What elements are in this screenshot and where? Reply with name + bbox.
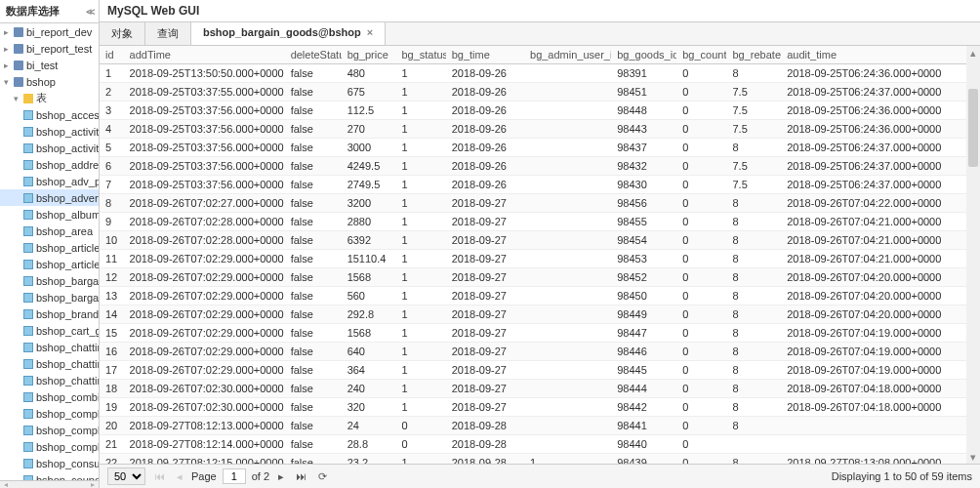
cell: 1 [395, 139, 445, 157]
cell: false [285, 64, 342, 83]
scroll-down-icon[interactable]: ▾ [966, 450, 980, 464]
col-header[interactable]: bg_admin_user_id [524, 46, 611, 64]
tree-item[interactable]: bshop_area [0, 223, 99, 239]
cell [781, 417, 966, 435]
col-header[interactable]: id [100, 46, 124, 64]
table-row[interactable]: 142018-09-26T07:02:29.000+0000false292.8… [100, 305, 966, 324]
close-icon[interactable]: × [367, 26, 373, 38]
col-header[interactable]: bg_time [446, 46, 524, 64]
scrollbar[interactable]: ▴ ▾ [966, 46, 980, 464]
tree-item[interactable]: ▾bshop [0, 73, 99, 90]
table-row[interactable]: 222018-09-27T08:12:15.000+0000false23.21… [100, 454, 966, 465]
table-row[interactable]: 162018-09-26T07:02:29.000+0000false64012… [100, 343, 966, 361]
tree-item[interactable]: bshop_coupon [0, 471, 99, 480]
cell: 2018-09-26T07:02:29.000+0000 [124, 268, 285, 287]
col-header[interactable]: bg_price [342, 46, 396, 64]
scroll-track[interactable] [966, 60, 980, 450]
table-row[interactable]: 192018-09-26T07:02:30.000+0000false32012… [100, 398, 966, 417]
tree-item[interactable]: bshop_combin_log [0, 388, 99, 405]
page-input[interactable] [223, 468, 246, 484]
tree-label: bshop_bargain [36, 275, 99, 287]
tree-item[interactable]: ▸bi_test [0, 57, 99, 73]
last-page-button[interactable]: ⏭ [293, 470, 309, 482]
scroll-thumb[interactable] [968, 89, 978, 167]
tree-item[interactable]: bshop_bargain [0, 272, 99, 289]
table-row[interactable]: 102018-09-26T07:02:28.000+0000false63921… [100, 231, 966, 250]
col-header[interactable]: addTime [124, 46, 285, 64]
tree-item[interactable]: bshop_advert [0, 189, 99, 206]
cell: 1 [395, 324, 445, 343]
col-header[interactable]: bg_rebate [726, 46, 781, 64]
tree-item[interactable]: ▸bi_report_test [0, 40, 99, 57]
tab[interactable]: 查询 [145, 22, 191, 45]
table-row[interactable]: 112018-09-26T07:02:29.000+0000false15110… [100, 250, 966, 268]
tree-item[interactable]: bshop_complaint_s [0, 438, 99, 455]
table-row[interactable]: 172018-09-26T07:02:29.000+0000false36412… [100, 361, 966, 380]
col-header[interactable]: bg_count [676, 46, 726, 64]
scroll-up-icon[interactable]: ▴ [966, 46, 980, 60]
tree-label: bi_test [26, 60, 58, 71]
tree-item[interactable]: bshop_brandcategor [0, 305, 99, 322]
table-row[interactable]: 202018-09-27T08:12:13.000+0000false24020… [100, 417, 966, 435]
tree-item[interactable]: bshop_adv_pos [0, 173, 99, 189]
col-header[interactable]: bg_status [395, 46, 445, 64]
tree-item[interactable]: ▾表 [0, 90, 99, 106]
table-row[interactable]: 72018-09-25T03:37:56.000+0000false2749.5… [100, 176, 966, 194]
cell: false [285, 139, 342, 157]
col-header[interactable]: audit_time [781, 46, 966, 64]
tree-item[interactable]: bshop_activity [0, 123, 99, 140]
db-icon [14, 61, 23, 70]
cell: 7.5 [726, 83, 781, 102]
tree-item[interactable]: bshop_consult [0, 455, 99, 471]
table-row[interactable]: 92018-09-26T07:02:28.000+0000false288012… [100, 213, 966, 231]
tree-item[interactable]: bshop_chatting [0, 339, 99, 355]
tab[interactable]: 对象 [100, 22, 145, 45]
collapse-icon[interactable]: ≪ [86, 7, 93, 17]
table-row[interactable]: 32018-09-25T03:37:56.000+0000false112.51… [100, 102, 966, 120]
table-row[interactable]: 62018-09-25T03:37:56.000+0000false4249.5… [100, 157, 966, 176]
table-row[interactable]: 182018-09-26T07:02:30.000+0000false24012… [100, 380, 966, 398]
tree-toggle-icon[interactable]: ▾ [4, 77, 12, 87]
table-row[interactable]: 22018-09-25T03:37:55.000+0000false675120… [100, 83, 966, 102]
cell: 0 [676, 139, 726, 157]
refresh-button[interactable]: ⟳ [315, 470, 330, 483]
page-size-select[interactable]: 50 [107, 468, 145, 485]
table-row[interactable]: 122018-09-26T07:02:29.000+0000false15681… [100, 268, 966, 287]
cell: false [285, 398, 342, 417]
col-header[interactable]: deleteStatus [285, 46, 342, 64]
cell: 1568 [342, 324, 396, 343]
tree-item[interactable]: bshop_complaint_g [0, 422, 99, 438]
tree-item[interactable]: bshop_chattingfrien [0, 355, 99, 372]
table-row[interactable]: 42018-09-25T03:37:56.000+0000false270120… [100, 120, 966, 139]
prev-page-button[interactable]: ◂ [174, 470, 185, 483]
sidebar-resize[interactable]: ◂▸ [0, 480, 99, 488]
table-row[interactable]: 212018-09-27T08:12:14.000+0000false28.80… [100, 435, 966, 454]
table-row[interactable]: 52018-09-25T03:37:56.000+0000false300012… [100, 139, 966, 157]
tree-item[interactable]: bshop_articleclass [0, 256, 99, 272]
cell: 3200 [342, 194, 396, 213]
tree-item[interactable]: bshop_article [0, 239, 99, 256]
tree-item[interactable]: bshop_complaint [0, 405, 99, 422]
table-row[interactable]: 12018-09-25T13:50:50.000+0000false480120… [100, 64, 966, 83]
tree-toggle-icon[interactable]: ▸ [4, 27, 12, 37]
tree-item[interactable]: bshop_accessory [0, 106, 99, 123]
tree-item[interactable]: bshop_album [0, 206, 99, 223]
table-row[interactable]: 82018-09-26T07:02:27.000+0000false320012… [100, 194, 966, 213]
table-row[interactable]: 152018-09-26T07:02:29.000+0000false15681… [100, 324, 966, 343]
tree-item[interactable]: ▸bi_report_dev [0, 23, 99, 40]
cell: 98437 [611, 139, 676, 157]
first-page-button[interactable]: ⏮ [151, 470, 168, 482]
next-page-button[interactable]: ▸ [275, 470, 287, 483]
cell [524, 231, 611, 250]
tree-toggle-icon[interactable]: ▸ [4, 61, 12, 70]
tree-item[interactable]: bshop_address [0, 156, 99, 173]
tree-toggle-icon[interactable]: ▾ [14, 94, 21, 103]
table-row[interactable]: 132018-09-26T07:02:29.000+0000false56012… [100, 287, 966, 305]
tab[interactable]: bshop_bargain_goods@bshop× [191, 22, 386, 45]
tree-item[interactable]: bshop_bargain_goo [0, 289, 99, 305]
col-header[interactable]: bg_goods_id [611, 46, 676, 64]
tree-item[interactable]: bshop_cart_gsp [0, 322, 99, 339]
tree-item[interactable]: bshop_chattinglog [0, 372, 99, 388]
tree-item[interactable]: bshop_activity_goo [0, 140, 99, 156]
tree-toggle-icon[interactable]: ▸ [4, 44, 12, 54]
